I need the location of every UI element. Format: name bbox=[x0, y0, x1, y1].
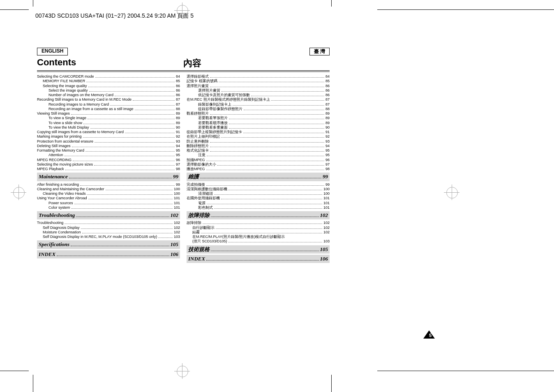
toc-entry: 電源101 bbox=[187, 201, 330, 205]
toc-entry: 若要觀看多重畫面90 bbox=[187, 125, 330, 130]
toc-entry: To view the Multi Display90 bbox=[37, 125, 180, 130]
toc-entry: 在M.REC 照片錄製模式將靜態照片錄製到記憶卡上87 bbox=[187, 97, 330, 102]
toc-entry: 若要觀看單張照片89 bbox=[187, 116, 330, 120]
section-troubleshooting-zh: 故障排除102 bbox=[187, 211, 330, 219]
section-specifications-zh: 技術規格105 bbox=[187, 245, 330, 254]
toc-entry: 選擇錄影模式84 bbox=[187, 74, 330, 79]
toc-entry: Attention95 bbox=[37, 153, 180, 157]
toc-entry: (僅只 SCD103/D105)103 bbox=[187, 239, 330, 244]
section-index-zh: INDEX106 bbox=[187, 255, 330, 263]
toc-entry: 清潔磁頭100 bbox=[187, 191, 330, 196]
toc-entry: To view a Single image89 bbox=[37, 116, 180, 120]
toc-entry: Moisture Condensation102 bbox=[37, 230, 180, 235]
toc-entry: Marking images for printing92 bbox=[37, 134, 180, 139]
toc-entry: Formatting the Memory Card95 bbox=[37, 148, 180, 153]
lang-taiwan: 臺 灣 bbox=[309, 48, 330, 55]
toc-entry: 在國外使用攝錄影機101 bbox=[187, 196, 330, 201]
section-maintenance-zh: 維護99 bbox=[187, 173, 330, 181]
toc-entry: Copying still images from a cassette to … bbox=[37, 130, 180, 134]
toc-entry: Self Diagnosis Display102 bbox=[37, 226, 180, 230]
toc-entry: Selecting the CAMCORDER mode84 bbox=[37, 74, 180, 79]
toc-entry: Selecting the moving picture sizes97 bbox=[37, 162, 180, 167]
toc-entry: MPEG Playback98 bbox=[37, 167, 180, 171]
toc-entry: To view a slide show89 bbox=[37, 121, 180, 125]
toc-entry: 在M.REC/M.PLAY(照片錄製/照片播放)模式自行診斷顯示 bbox=[187, 235, 330, 239]
section-specifications-en: Specifications105 bbox=[37, 240, 180, 249]
title-contents-en: Contents bbox=[37, 56, 183, 70]
toc-entry: 選擇動影像的大小97 bbox=[187, 162, 330, 167]
toc-entry: 注意95 bbox=[187, 153, 330, 157]
toc-entry: MEMORY FILE NUMBER85 bbox=[37, 79, 180, 83]
toc-entry: 防止意外刪除93 bbox=[187, 139, 330, 144]
toc-entry: 刪除靜態照片94 bbox=[187, 144, 330, 148]
toc-entry: Recording images to a Memory Card87 bbox=[37, 102, 180, 107]
toc-entry: 若要觀看順序播放89 bbox=[187, 121, 330, 125]
toc-entry: Color system101 bbox=[37, 205, 180, 210]
toc-entry: 清潔與維護數位攝錄影機100 bbox=[187, 187, 330, 191]
toc-entry: 拍攝MPEG96 bbox=[187, 158, 330, 162]
toc-entry: 在照片上做列印標記92 bbox=[187, 134, 330, 139]
toc-entry: Self Diagnosis Display in M.REC, M.PLAY … bbox=[37, 235, 180, 239]
toc-entry: 結霧102 bbox=[187, 230, 330, 235]
toc-entry: 錄製影像到記憶卡上87 bbox=[187, 102, 330, 107]
toc-entry: 格式化記憶卡95 bbox=[187, 148, 330, 153]
page-header: 00743D SCD103 USA+TAI (01~27) 2004.5.24 … bbox=[35, 12, 194, 20]
toc-entry: 自行診斷顯示102 bbox=[187, 226, 330, 230]
toc-entry: Power sources101 bbox=[37, 201, 180, 205]
toc-entry: Cleaning and Maintaining the Camcorder10… bbox=[37, 187, 180, 191]
toc-entry: Cleaning the Video Heads100 bbox=[37, 191, 180, 196]
toc-entry: 記憶卡 檔案的號碼85 bbox=[187, 79, 330, 83]
toc-entry: MPEG RECORDING96 bbox=[37, 158, 180, 162]
toc-entry: 選擇照片畫質86 bbox=[187, 88, 330, 93]
toc-entry: 彩色制式101 bbox=[187, 205, 330, 210]
toc-column-chinese: 選擇錄影模式84記憶卡 檔案的號碼85選擇照片畫質86選擇照片畫質86依記憶卡及… bbox=[183, 74, 330, 264]
toc-entry: Recording Still images to a Memory Card … bbox=[37, 97, 180, 102]
toc-entry: Using Your Camcorder Abroad101 bbox=[37, 196, 180, 201]
toc-entry: 觀看靜態照片89 bbox=[187, 111, 330, 116]
toc-entry: Viewing Still images89 bbox=[37, 111, 180, 116]
section-troubleshooting-en: Troubleshooting102 bbox=[37, 211, 180, 219]
toc-entry: Selecting the image quality86 bbox=[37, 84, 180, 88]
toc-entry: 完成拍攝後99 bbox=[187, 182, 330, 187]
section-index-en: INDEX106 bbox=[37, 250, 180, 258]
toc-entry: Number of images on the Memory Card86 bbox=[37, 93, 180, 97]
toc-entry: Deleting Still images94 bbox=[37, 144, 180, 148]
toc-entry: Recording an image from a cassette as a … bbox=[37, 107, 180, 111]
lang-english: ENGLISH bbox=[37, 48, 68, 55]
toc-entry: 從錄影帶影像製作靜態照片88 bbox=[187, 107, 330, 111]
section-maintenance-en: Maintenance99 bbox=[37, 173, 180, 181]
toc-entry: 播放MPEG98 bbox=[187, 167, 330, 171]
toc-entry: 選擇照片畫質86 bbox=[187, 84, 330, 88]
toc-column-english: Selecting the CAMCORDER mode84MEMORY FIL… bbox=[37, 74, 183, 264]
toc-entry: 故障排除102 bbox=[187, 221, 330, 225]
toc-entry: After finishing a recording99 bbox=[37, 182, 180, 187]
toc-entry: 從錄影帶上複製靜態照片到記憶卡91 bbox=[187, 130, 330, 134]
toc-entry: Protection from accidental erasure93 bbox=[37, 139, 180, 144]
toc-entry: Troubleshooting102 bbox=[37, 221, 180, 225]
toc-entry: 依記憶卡及照片的畫質可拍張數86 bbox=[187, 93, 330, 97]
toc-entry: Select the image quality86 bbox=[37, 88, 180, 93]
page-number: 5 bbox=[429, 333, 432, 338]
title-contents-zh: 內容 bbox=[183, 56, 330, 70]
